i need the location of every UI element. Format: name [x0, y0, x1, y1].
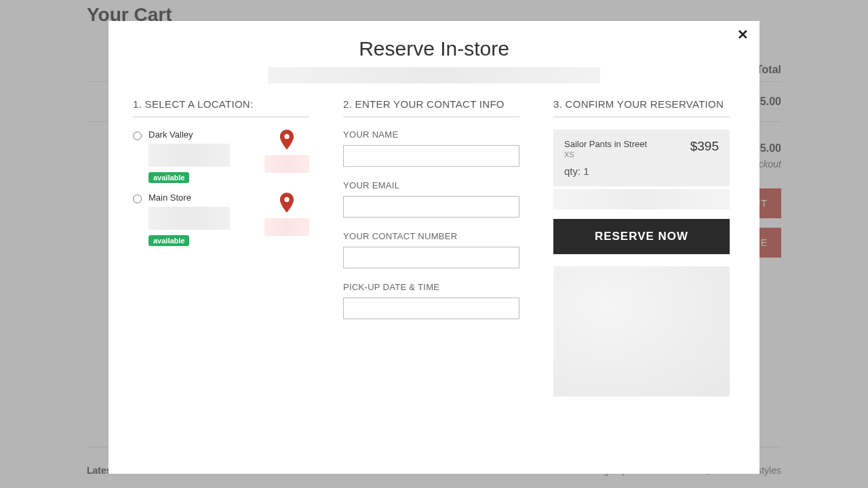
location-option[interactable]: Main Store available — [133, 192, 309, 246]
location-address-placeholder — [149, 207, 230, 230]
step-select-location: 1. Select a Location: Dark Valley availa… — [133, 98, 309, 396]
location-thumbnail-placeholder — [264, 218, 309, 236]
pickup-label: Pick-up Date & Time — [343, 282, 519, 292]
step-confirm-reservation: 3. Confirm Your Reservation Sailor Pants… — [553, 98, 730, 396]
info-placeholder — [553, 266, 730, 396]
phone-input[interactable] — [343, 247, 519, 268]
location-name: Main Store — [149, 192, 264, 203]
step-contact-info: 2. Enter Your Contact Info Your Name You… — [343, 98, 519, 396]
location-thumbnail-placeholder — [264, 155, 309, 173]
map-pin-icon — [279, 129, 294, 152]
summary-item-size: XS — [564, 150, 647, 159]
step2-heading: 2. Enter Your Contact Info — [343, 98, 519, 117]
modal-banner-placeholder — [268, 67, 600, 83]
name-input[interactable] — [343, 145, 519, 167]
location-option[interactable]: Dark Valley available — [133, 129, 309, 183]
location-address-placeholder — [149, 144, 230, 167]
location-radio[interactable] — [133, 195, 142, 203]
map-pin-icon — [279, 192, 294, 216]
summary-item-qty: qty: 1 — [564, 165, 647, 177]
summary-strip-placeholder — [553, 189, 730, 209]
name-label: Your Name — [343, 129, 519, 140]
phone-label: Your Contact Number — [343, 231, 519, 241]
availability-badge: available — [149, 235, 189, 246]
email-label: Your Email — [343, 180, 519, 190]
modal-title: Reserve In-store — [133, 37, 735, 60]
location-radio[interactable] — [133, 131, 142, 140]
step1-heading: 1. Select a Location: — [133, 98, 309, 117]
location-name: Dark Valley — [149, 129, 264, 140]
reserve-instore-modal: ✕ Reserve In-store 1. Select a Location:… — [108, 21, 760, 474]
pickup-datetime-input[interactable] — [343, 298, 519, 319]
summary-item-price: $395 — [690, 139, 719, 154]
step3-heading: 3. Confirm Your Reservation — [553, 98, 730, 117]
close-icon[interactable]: ✕ — [737, 28, 749, 41]
reservation-summary: Sailor Pants in Street XS qty: 1 $395 — [553, 129, 730, 186]
email-input[interactable] — [343, 196, 519, 218]
summary-item-name: Sailor Pants in Street — [564, 139, 647, 149]
reserve-now-button[interactable]: RESERVE NOW — [553, 219, 730, 254]
availability-badge: available — [149, 172, 189, 183]
